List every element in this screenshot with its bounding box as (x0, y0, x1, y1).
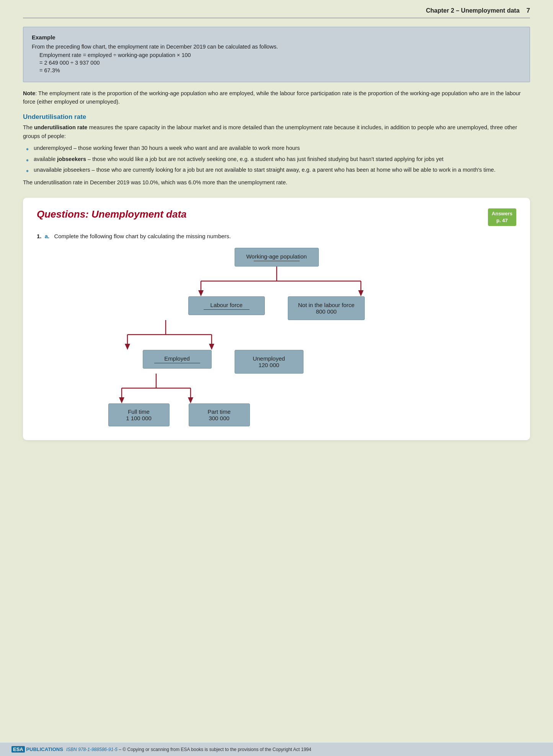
unemployed-label2: 120 000 (258, 362, 279, 368)
page-header: Chapter 2 – Unemployment data 7 (23, 0, 530, 18)
chapter-title: Chapter 2 – Unemployment data (426, 7, 520, 14)
question-part-letter: a. (45, 233, 50, 239)
footer-separator: – (119, 747, 122, 752)
bullet-list: underemployed – those working fewer than… (23, 144, 530, 174)
question-number: 1. (37, 233, 42, 239)
part-time-label2: 300 000 (209, 415, 229, 421)
svg-marker-5 (358, 290, 364, 296)
full-time-box: Full time 1 100 000 (108, 403, 170, 426)
not-in-labour-label1: Not in the labour force (298, 302, 355, 308)
example-title: Example (32, 34, 521, 41)
formula-line-1: Employment rate = employed ÷ working-age… (32, 52, 521, 58)
question-1: 1. a. Complete the following flow chart … (37, 233, 516, 239)
footer-text: ISBN 978-1-988586-91-5 – © Copying or sc… (66, 747, 312, 752)
question-part-text: Complete the following flow chart by cal… (54, 233, 231, 239)
employed-label: Employed (164, 355, 190, 362)
example-box: Example From the preceding flow chart, t… (23, 27, 530, 82)
full-time-branch: Full time 1 100 000 (108, 403, 170, 426)
unemployed-box: Unemployed 120 000 (235, 350, 303, 374)
bullet-item-2: available jobseekers – those who would l… (23, 155, 530, 164)
not-in-labour-label2: 800 000 (316, 308, 336, 315)
example-intro: From the preceding flow chart, the emplo… (32, 44, 521, 50)
mid-connector-svg (127, 320, 319, 354)
formula-line-3: = 67.3% (32, 67, 521, 73)
labour-force-blank (204, 309, 250, 310)
bullet-item-1: underemployed – those working fewer than… (23, 144, 530, 153)
questions-section: Questions: Unemployment data Answers p. … (23, 198, 530, 440)
full-time-label2: 1 100 000 (126, 415, 152, 421)
underutilisation-section: Underutilisation rate The underutilisati… (23, 113, 530, 187)
full-time-label1: Full time (128, 408, 150, 415)
labour-force-box: Labour force (188, 296, 265, 315)
svg-marker-17 (188, 397, 193, 403)
unemployed-label1: Unemployed (253, 355, 285, 362)
part-time-branch: Part time 300 000 (189, 403, 250, 426)
part-time-label1: Part time (207, 408, 230, 415)
working-age-branch: Working-age population (235, 248, 319, 267)
bottom-connector-svg (122, 374, 237, 408)
level4-row: Full time 1 100 000 Part time 300 000 (127, 403, 426, 426)
unemployed-branch: Unemployed 120 000 (235, 350, 303, 374)
level2-row: Labour force Not in the labour force 800… (127, 296, 426, 320)
footer-copyright: © Copying or scanning from ESA books is … (122, 747, 311, 752)
underutilisation-heading: Underutilisation rate (23, 113, 530, 121)
svg-marker-11 (209, 344, 214, 350)
level3-row: Employed Unemployed 120 000 (127, 350, 426, 374)
svg-marker-10 (125, 344, 130, 350)
questions-title: Questions: Unemployment data (37, 208, 187, 220)
not-in-labour-branch: Not in the labour force 800 000 (288, 296, 365, 320)
note-text: Note: The employment rate is the proport… (23, 90, 521, 105)
footer-logo: ESA PUBLICATIONS (11, 746, 63, 752)
part-time-box: Part time 300 000 (189, 403, 250, 426)
bullet-item-3: unavailable jobseekers – those who are c… (23, 166, 530, 174)
questions-header: Questions: Unemployment data Answers p. … (37, 208, 516, 226)
footer-isbn: ISBN 978-1-988586-91-5 (66, 747, 117, 752)
employed-box: Employed (143, 350, 212, 369)
page-footer: ESA PUBLICATIONS ISBN 978-1-988586-91-5 … (0, 743, 553, 756)
flowchart: Working-age population (37, 248, 516, 426)
working-age-label: Working-age population (246, 253, 307, 260)
working-age-box: Working-age population (235, 248, 319, 267)
svg-marker-16 (119, 397, 124, 403)
publications-text: PUBLICATIONS (26, 746, 63, 752)
not-in-labour-box: Not in the labour force 800 000 (288, 296, 365, 320)
answers-badge: Answers p. 47 (488, 208, 516, 226)
labour-force-label: Labour force (210, 302, 243, 308)
note-section: Note: The employment rate is the proport… (23, 89, 530, 106)
top-connector-svg (127, 267, 426, 301)
svg-marker-4 (198, 290, 204, 296)
employed-blank (154, 363, 200, 363)
employed-branch: Employed (143, 350, 212, 374)
labour-force-branch: Labour force (188, 296, 265, 320)
underutilisation-conclusion: The underutilisation rate in December 20… (23, 178, 530, 187)
working-age-blank (254, 261, 300, 261)
formula-line-2: = 2 649 000 ÷ 3 937 000 (32, 60, 521, 66)
underutilisation-intro: The underutilisation rate measures the s… (23, 123, 530, 141)
page-number: 7 (527, 7, 530, 15)
esa-logo: ESA (11, 746, 25, 753)
